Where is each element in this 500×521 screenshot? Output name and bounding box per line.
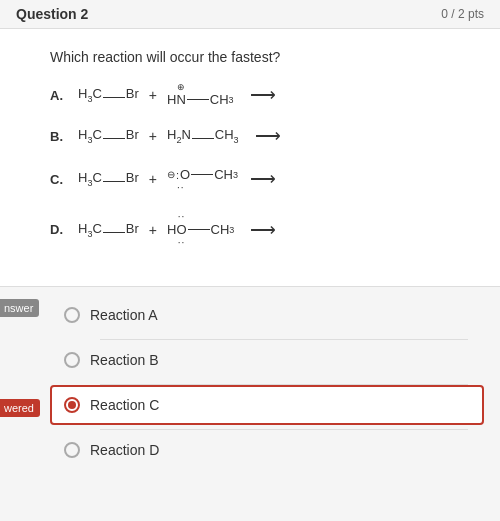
option-label-b: Reaction B — [90, 352, 158, 368]
chem-h2n-b: H2NCH3 — [167, 127, 239, 145]
question-body: Which reaction will occur the fastest? A… — [0, 29, 500, 287]
chem-ho-d: H ·· O ·· CH3 — [167, 211, 234, 248]
question-pts: 0 / 2 pts — [441, 7, 484, 21]
radio-b[interactable] — [64, 352, 80, 368]
reaction-equation-a: H3CBr + ⊕ HNCH3 ⟶ — [78, 83, 470, 107]
option-row-d[interactable]: Reaction D — [50, 430, 484, 470]
option-label-c: Reaction C — [90, 397, 159, 413]
reaction-row-d: D. H3CBr + H ·· O ·· CH3 ⟶ — [50, 211, 470, 248]
reaction-row-b: B. H3CBr + H2NCH3 ⟶ — [50, 125, 470, 147]
option-row-b[interactable]: Reaction B — [50, 340, 484, 380]
reaction-row-c: C. H3CBr + ⊖ : OCH3 ·· ⟶ — [50, 165, 470, 193]
option-row-c[interactable]: Reaction C — [50, 385, 484, 425]
arrow-b: ⟶ — [255, 125, 281, 147]
chem-h3c-br-b: H3CBr — [78, 127, 139, 145]
arrow-d: ⟶ — [250, 219, 276, 241]
arrow-c: ⟶ — [250, 168, 276, 190]
chem-h3c-br-a: H3CBr — [78, 86, 139, 104]
option-label-d: Reaction D — [90, 442, 159, 458]
radio-c[interactable] — [64, 397, 80, 413]
option-label-a: Reaction A — [90, 307, 158, 323]
answer-section: nswer wered Reaction A Reaction B — [0, 287, 500, 482]
reaction-label-a: A. — [50, 88, 78, 103]
reaction-label-c: C. — [50, 172, 78, 187]
page-wrapper: Question 2 0 / 2 pts Which reaction will… — [0, 0, 500, 482]
reaction-equation-d: H3CBr + H ·· O ·· CH3 ⟶ — [78, 211, 470, 248]
radio-d[interactable] — [64, 442, 80, 458]
question-header: Question 2 0 / 2 pts — [0, 0, 500, 29]
reaction-label-d: D. — [50, 222, 78, 237]
answered-tab: wered — [0, 399, 40, 417]
reaction-label-b: B. — [50, 129, 78, 144]
reaction-row-a: A. H3CBr + ⊕ HNCH3 ⟶ — [50, 83, 470, 107]
answer-tab: nswer — [0, 299, 39, 317]
chem-h3c-br-c: H3CBr — [78, 170, 139, 188]
question-text: Which reaction will occur the fastest? — [50, 49, 470, 65]
reaction-equation-b: H3CBr + H2NCH3 ⟶ — [78, 125, 470, 147]
chem-o-c: ⊖ : OCH3 ·· — [167, 167, 238, 193]
answer-options: Reaction A Reaction B Reaction C Reactio… — [0, 287, 500, 482]
radio-inner-c — [68, 401, 76, 409]
arrow-a: ⟶ — [250, 84, 276, 106]
chem-hn-a: ⊕ HNCH3 — [167, 83, 234, 107]
radio-a[interactable] — [64, 307, 80, 323]
chem-h3c-br-d: H3CBr — [78, 221, 139, 239]
option-row-a[interactable]: Reaction A — [50, 295, 484, 335]
reaction-equation-c: H3CBr + ⊖ : OCH3 ·· ⟶ — [78, 165, 470, 193]
question-title: Question 2 — [16, 6, 88, 22]
